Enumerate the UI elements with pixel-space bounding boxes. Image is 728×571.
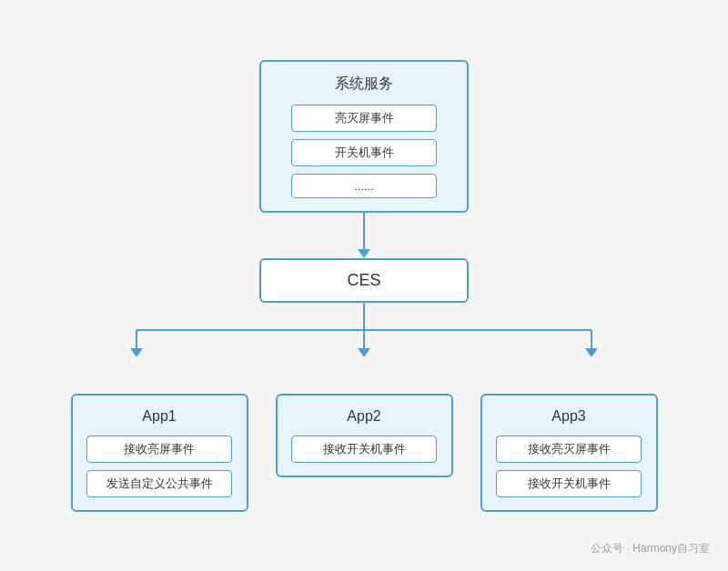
arrow-sys-to-ces [358,213,370,258]
app2-event-0: 接收开关机事件 [291,436,437,463]
system-service-title: 系统服务 [335,75,393,94]
app3-event-1: 接收开关机事件 [496,470,642,497]
event-item-1: 开关机事件 [291,139,437,166]
app2-title: App2 [347,408,380,425]
branch-svg [18,303,710,348]
app1-box: App1 接收亮屏事件 发送自定义公共事件 [71,394,248,512]
app3-box: App3 接收亮灭屏事件 接收开关机事件 [480,394,658,512]
app1-event-1: 发送自定义公共事件 [86,470,232,497]
app3-event-0: 接收亮灭屏事件 [496,436,642,463]
watermark: 公众号 · Harmony自习室 [591,541,710,556]
app1-title: App1 [142,408,176,425]
diagram: 系统服务 亮灭屏事件 开关机事件 ...... CES [18,60,710,512]
app3-title: App3 [551,408,585,425]
app1-event-0: 接收亮屏事件 [86,436,232,463]
apps-row: App1 接收亮屏事件 发送自定义公共事件 App2 接收开关机事件 App3 … [18,348,710,512]
event-item-2: ...... [291,174,437,198]
watermark-text: 公众号 · Harmony自习室 [591,542,710,555]
event-item-0: 亮灭屏事件 [291,105,437,132]
ces-box: CES [259,258,469,303]
app2-box: App2 接收开关机事件 [276,394,453,477]
ces-label: CES [347,271,380,289]
system-service-box: 系统服务 亮灭屏事件 开关机事件 ...... [259,60,469,213]
branch-connector [18,303,710,348]
